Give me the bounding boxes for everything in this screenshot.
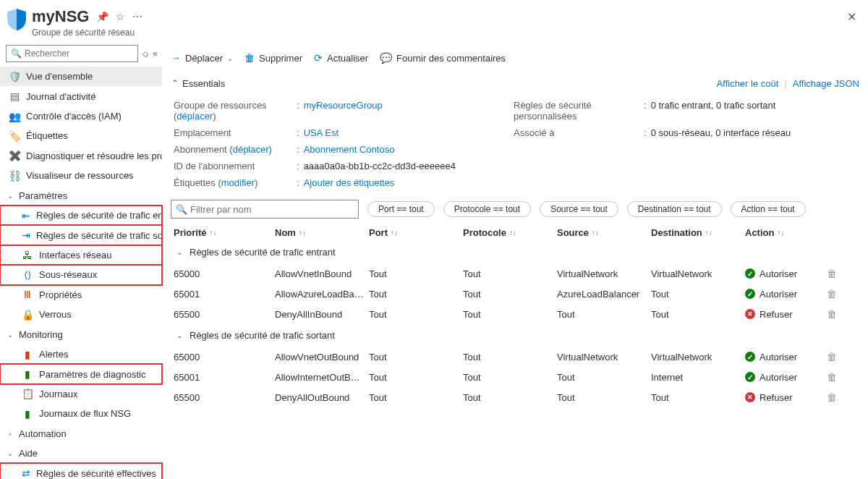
sidebar-item-locks[interactable]: 🔒 Verrous (0, 305, 162, 324)
table-row[interactable]: 65001AllowAzureLoadBalancer...ToutToutAz… (171, 284, 859, 304)
sidebar-search[interactable]: 🔍 (6, 45, 138, 62)
group-outbound[interactable]: ⌄ Règles de sécurité de trafic sortant (171, 324, 859, 347)
cell-destination: Internet (651, 372, 745, 383)
button-label: Fournir des commentaires (396, 53, 506, 64)
sidebar-item-logs[interactable]: 📋 Journaux (0, 384, 162, 404)
sidebar-item-label: Verrous (39, 309, 72, 320)
sidebar-item-inbound-rules[interactable]: ⇤ Règles de sécurité de trafic entrant (0, 205, 162, 225)
sidebar-group-monitoring[interactable]: ⌄ Monitoring (0, 324, 162, 344)
col-port[interactable]: Port↑↓ (369, 227, 463, 238)
star-icon[interactable]: ☆ (116, 11, 125, 22)
table-row[interactable]: 65001AllowInternetOutBoundToutToutToutIn… (171, 367, 859, 387)
sidebar-item-effective-rules[interactable]: ⇄ Règles de sécurité effectives (0, 463, 162, 479)
col-protocol[interactable]: Protocole↑↓ (463, 227, 557, 238)
table-header: Priorité↑↓ Nom↑↓ Port↑↓ Protocole↑↓ Sour… (171, 224, 859, 241)
sub-link[interactable]: Abonnement Contoso (304, 144, 395, 155)
col-destination[interactable]: Destination↑↓ (651, 227, 745, 238)
col-priority[interactable]: Priorité↑↓ (174, 227, 275, 238)
delete-row-button[interactable]: 🗑 (817, 288, 846, 300)
sidebar-item-nsg-flow-logs[interactable]: ▮ Journaux de flux NSG (0, 404, 162, 423)
search-icon: 🔍 (11, 48, 22, 59)
collapse-icon[interactable]: « (153, 48, 158, 59)
table-row[interactable]: 65000AllowVnetInBoundToutToutVirtualNetw… (171, 263, 859, 284)
cell-port: Tout (369, 268, 463, 279)
delete-row-button[interactable]: 🗑 (817, 391, 846, 403)
col-name[interactable]: Nom↑↓ (275, 227, 369, 238)
diagnose-icon: ✖️ (9, 150, 20, 161)
col-label: Protocole (463, 227, 506, 238)
sidebar-item-overview[interactable]: 🛡️ Vue d'ensemble (0, 67, 162, 86)
cell-name: AllowAzureLoadBalancer... (275, 289, 369, 300)
chevron-down-icon: ⌄ (175, 248, 184, 256)
expand-icon[interactable]: ◇ (142, 49, 148, 59)
sidebar-item-label: Visualiseur de ressources (26, 170, 134, 181)
delete-row-button[interactable]: 🗑 (817, 308, 846, 320)
cell-destination: Tout (651, 309, 745, 320)
json-view-link[interactable]: Affichage JSON (793, 78, 859, 89)
cell-source: Tout (557, 392, 651, 403)
rg-link[interactable]: myResourceGroup (304, 100, 383, 111)
table-row[interactable]: 65500DenyAllOutBoundToutToutToutToutRefu… (171, 387, 859, 407)
chevron-right-icon: › (6, 430, 14, 438)
close-icon[interactable]: ✕ (844, 7, 859, 27)
pill-port[interactable]: Port == tout (367, 201, 435, 217)
name-filter[interactable]: 🔍 (171, 200, 359, 219)
name-filter-input[interactable] (190, 204, 354, 215)
sidebar-group-settings[interactable]: ⌄ Paramètres (0, 186, 162, 205)
pill-action[interactable]: Action == tout (731, 201, 806, 217)
sidebar-search-input[interactable] (25, 48, 133, 59)
more-icon[interactable]: ⋯ (132, 11, 142, 22)
loc-link[interactable]: USA Est (304, 127, 339, 138)
cell-priority: 65500 (174, 309, 275, 320)
sidebar: 🔍 ◇ « 🛡️ Vue d'ensemble ▤ Journal d'acti… (0, 42, 162, 479)
table-row[interactable]: 65500DenyAllInBoundToutToutToutToutRefus… (171, 304, 859, 324)
pill-source[interactable]: Source == tout (540, 201, 618, 217)
group-inbound[interactable]: ⌄ Règles de sécurité de trafic entrant (171, 241, 859, 263)
sidebar-group-automation[interactable]: › Automation (0, 424, 162, 444)
pin-icon[interactable]: 📌 (96, 11, 109, 22)
chevron-down-icon: ⌄ (175, 331, 184, 339)
sidebar-item-diagnose[interactable]: ✖️ Diagnostiquer et résoudre les problèm… (0, 146, 162, 166)
delete-row-button[interactable]: 🗑 (817, 268, 846, 279)
view-cost-link[interactable]: Afficher le coût (717, 78, 779, 89)
ess-tags-value: Ajouter des étiquettes (297, 177, 514, 188)
sidebar-item-tags[interactable]: 🏷️ Étiquettes (0, 126, 162, 145)
move-sub-link[interactable]: déplacer (233, 144, 269, 155)
move-rg-link[interactable]: déplacer (176, 111, 213, 122)
sidebar-group-help[interactable]: ⌄ Aide (0, 444, 162, 463)
sidebar-item-label: Étiquettes (26, 130, 68, 141)
delete-button[interactable]: 🗑Supprimer (244, 52, 302, 64)
delete-row-button[interactable]: 🗑 (817, 351, 846, 363)
pill-destination[interactable]: Destination == tout (627, 201, 722, 217)
sidebar-item-activity-log[interactable]: ▤ Journal d'activité (0, 86, 162, 106)
move-button[interactable]: →Déplacer⌄ (171, 52, 233, 64)
sidebar-item-subnets[interactable]: ⟨⟩ Sous-réseaux (0, 265, 162, 284)
pill-protocol[interactable]: Protocole == tout (443, 201, 531, 217)
cell-port: Tout (369, 289, 463, 300)
sidebar-item-label: Règles de sécurité de trafic sortant (36, 230, 162, 241)
sidebar-item-nics[interactable]: 🖧 Interfaces réseau (0, 245, 162, 265)
col-source[interactable]: Source↑↓ (557, 227, 651, 238)
col-action[interactable]: Action↑↓ (745, 227, 817, 238)
sidebar-item-iam[interactable]: 👥 Contrôle d'accès (IAM) (0, 106, 162, 126)
diag-icon: ▮ (22, 368, 33, 380)
sidebar-item-alerts[interactable]: ▮ Alertes (0, 344, 162, 364)
refresh-button[interactable]: ⟳Actualiser (314, 52, 368, 64)
cell-destination: Tout (651, 289, 745, 300)
table-row[interactable]: 65000AllowVnetOutBoundToutToutVirtualNet… (171, 347, 859, 367)
modify-tags-link[interactable]: modifier (221, 177, 255, 188)
sidebar-item-outbound-rules[interactable]: ⇥ Règles de sécurité de trafic sortant (0, 225, 162, 245)
sidebar-item-resource-visualizer[interactable]: ⛓️ Visualiseur de ressources (0, 166, 162, 185)
feedback-button[interactable]: 💬Fournir des commentaires (380, 52, 506, 64)
ess-subid-value: aaaa0a0a-bb1b-cc2c-dd3d-eeeeee4 (297, 161, 514, 171)
essentials-header[interactable]: ⌃ Essentials Afficher le coût | Affichag… (171, 72, 859, 94)
col-label: Port (369, 227, 388, 238)
add-tags-link[interactable]: Ajouter des étiquettes (304, 177, 395, 188)
sidebar-item-properties[interactable]: Ⅲ Propriétés (0, 285, 162, 305)
cell-source: VirtualNetwork (557, 268, 651, 279)
delete-row-button[interactable]: 🗑 (817, 371, 846, 383)
sidebar-item-diag-settings[interactable]: ▮ Paramètres de diagnostic (0, 364, 162, 383)
search-icon: 🔍 (176, 204, 187, 215)
ess-tags-label: Étiquettes (modifier) (174, 177, 297, 188)
nic-icon: 🖧 (22, 250, 33, 261)
